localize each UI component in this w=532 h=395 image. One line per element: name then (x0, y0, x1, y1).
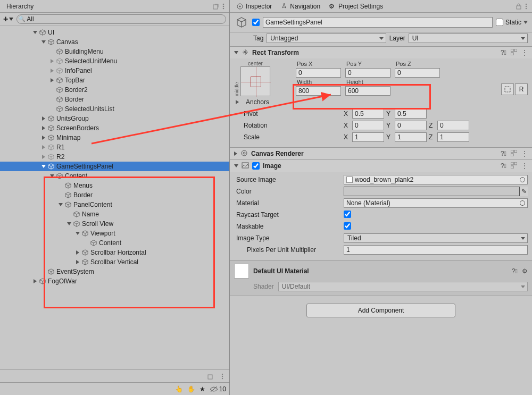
image-enabled-checkbox[interactable] (252, 162, 260, 170)
tree-row[interactable]: SelectedUnitsList (0, 104, 229, 114)
tree-row[interactable]: Border2 (0, 85, 229, 95)
preset-icon[interactable] (511, 150, 517, 158)
object-name-input[interactable] (263, 17, 493, 28)
imagetype-dropdown[interactable]: Tiled (344, 233, 528, 243)
navigation-tab[interactable]: Navigation (276, 1, 325, 12)
raw-mode-button[interactable]: R (515, 83, 528, 95)
hierarchy-search[interactable]: 🔍 (16, 14, 226, 24)
rect-transform-header[interactable]: Rect Transform ?⃝ ⋮ (230, 47, 532, 58)
static-checkbox[interactable] (496, 19, 503, 26)
inspector-tab[interactable]: Inspector (232, 1, 276, 12)
material-header[interactable]: Default UI Material ?⃝⚙ (230, 260, 532, 280)
tree-row[interactable]: Canvas (0, 37, 229, 47)
kebab-icon-3[interactable] (522, 3, 530, 10)
layer-dropdown[interactable]: UI (409, 33, 528, 43)
cube-icon (81, 229, 89, 238)
cube-icon (55, 105, 64, 113)
pivot-y-input[interactable] (395, 109, 427, 119)
ppu-input[interactable] (344, 245, 528, 255)
svg-point-1 (223, 3, 225, 5)
object-picker-icon[interactable] (520, 177, 525, 182)
anchors-row[interactable]: Anchors (234, 96, 528, 108)
tree-row[interactable]: Scrollbar Horizontal (0, 248, 229, 257)
tree-row[interactable]: Viewport (0, 229, 229, 238)
material-field[interactable]: None (Material) (344, 198, 528, 208)
tree-row[interactable]: PanelContent (0, 200, 229, 209)
gear-icon[interactable]: ⚙ (522, 267, 528, 275)
rot-x-input[interactable] (352, 121, 384, 130)
raycast-checkbox[interactable] (344, 211, 351, 218)
active-checkbox[interactable] (252, 19, 260, 26)
kebab-icon-6[interactable]: ⋮ (521, 162, 528, 170)
tree-row[interactable]: Name (0, 209, 229, 219)
tree-row[interactable]: Minimap (0, 133, 229, 142)
image-header[interactable]: Image ?⃝⋮ (230, 160, 532, 172)
height-input[interactable] (345, 86, 390, 96)
maskable-checkbox[interactable] (344, 222, 351, 230)
add-component-button[interactable]: Add Component (306, 304, 455, 317)
width-input[interactable] (296, 86, 341, 96)
lock-icon[interactable] (515, 3, 522, 10)
visibility-icon[interactable]: 10 (210, 385, 226, 393)
anchor-preset-button[interactable] (240, 66, 270, 96)
tree-row[interactable]: Scrollbar Vertical (0, 257, 229, 267)
star-icon[interactable]: ★ (200, 385, 205, 393)
tree-row[interactable]: UnitsGroup (0, 114, 229, 123)
tree-row[interactable]: BuildingMenu (0, 47, 229, 56)
popout-icon[interactable] (212, 3, 220, 10)
preset-icon[interactable] (511, 49, 517, 57)
help-icon[interactable]: ?⃝ (501, 162, 506, 170)
kebab-icon-4[interactable]: ⋮ (521, 49, 528, 56)
tree-row[interactable]: TopBar (0, 75, 229, 85)
tree-row[interactable]: SelectedUnitMenu (0, 56, 229, 66)
create-dropdown[interactable]: + (3, 14, 13, 24)
tree-row[interactable]: ScreenBorders (0, 123, 229, 133)
popout-icon-2[interactable] (207, 373, 214, 380)
preset-icon[interactable] (511, 162, 517, 170)
tree-row[interactable]: EventSystem (0, 267, 229, 276)
color-swatch[interactable]: ✎ (344, 187, 528, 196)
shader-dropdown[interactable]: UI/Default (278, 282, 528, 291)
kebab-icon-5[interactable]: ⋮ (521, 150, 528, 157)
pivot-x-input[interactable] (352, 109, 384, 119)
blueprint-mode-button[interactable] (501, 83, 514, 95)
projectsettings-tab[interactable]: ⚙ Project Settings (325, 1, 387, 12)
scale-x-input[interactable] (352, 132, 384, 142)
tree-row[interactable]: Menus (0, 181, 229, 190)
scale-y-input[interactable] (395, 132, 427, 142)
static-toggle[interactable]: Static (496, 19, 528, 26)
tree-row[interactable]: R1 (0, 142, 229, 152)
hierarchy-search-input[interactable] (16, 14, 226, 24)
eyedropper-icon[interactable]: ✎ (519, 187, 528, 196)
tree-row[interactable]: R2 (0, 152, 229, 162)
hierarchy-tab[interactable]: Hierarchy (2, 1, 38, 12)
posz-input[interactable] (395, 68, 440, 78)
tree-row[interactable]: Content (0, 238, 229, 248)
posx-input[interactable] (296, 68, 341, 78)
kebab-icon[interactable] (220, 3, 227, 10)
tree-row[interactable]: FogOfWar (0, 276, 229, 286)
tree-row[interactable]: UI (0, 28, 229, 37)
source-image-field[interactable]: wood_brown_plank2 (344, 175, 528, 184)
rot-y-input[interactable] (395, 121, 427, 130)
tree-row[interactable]: InfoPanel (0, 66, 229, 75)
tag-dropdown[interactable]: Untagged (267, 33, 386, 43)
posy-input[interactable] (345, 68, 390, 78)
help-icon[interactable]: ?⃝ (512, 267, 518, 275)
hand-icon[interactable]: ✋ (187, 385, 195, 393)
rot-z-input[interactable] (437, 121, 469, 130)
canvas-renderer-header[interactable]: Canvas Renderer ?⃝⋮ (230, 148, 532, 159)
tree-row[interactable]: Border (0, 95, 229, 104)
finger-icon[interactable]: 👆 (175, 385, 183, 393)
tree-row[interactable]: GameSettingsPanel (0, 162, 229, 171)
kebab-icon-2[interactable] (219, 373, 226, 380)
tree-row[interactable]: Content (0, 171, 229, 181)
tree-row[interactable]: Border (0, 190, 229, 200)
help-icon[interactable]: ?⃝ (501, 49, 506, 56)
source-image-label: Source Image (234, 176, 340, 183)
object-picker-icon[interactable] (520, 200, 525, 206)
tree-row[interactable]: Scroll View (0, 219, 229, 229)
help-icon[interactable]: ?⃝ (501, 150, 506, 157)
scale-z-input[interactable] (437, 132, 469, 142)
hierarchy-tree[interactable]: UICanvasBuildingMenuSelectedUnitMenuInfo… (0, 26, 229, 369)
